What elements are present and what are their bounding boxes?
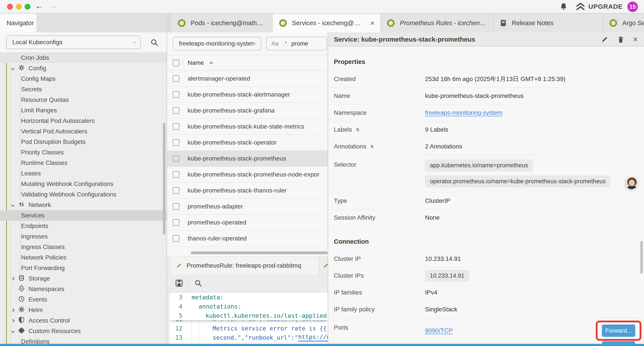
editor-link[interactable]: https://net (298, 334, 328, 342)
sidebar-item-config-maps[interactable]: Config Maps (0, 74, 166, 84)
table-row[interactable]: kube-prometheus-stack-alertmanager (167, 87, 328, 103)
sidebar-item-storage[interactable]: Storage (0, 273, 166, 284)
table-row[interactable]: kube-prometheus-stack-thanos-ruler (167, 183, 328, 199)
kubeconfig-select[interactable]: Local Kubeconfigs (6, 35, 141, 49)
sidebar-item-network-policies[interactable]: Network Policies (0, 252, 166, 263)
tab-services[interactable]: Services - icecheng@math…× (273, 13, 380, 32)
chevron-down-icon[interactable] (11, 330, 14, 333)
tab-argo-se[interactable]: Argo Se (603, 13, 644, 32)
window-maximize-button[interactable] (24, 4, 30, 10)
sidebar-item-leases[interactable]: Leases (0, 168, 166, 179)
regex-toggle[interactable]: .* (283, 40, 287, 47)
table-row[interactable]: thanos-ruler-operated (167, 231, 328, 247)
port-line: 9090/TCPForward... (425, 322, 636, 339)
close-tab-icon[interactable]: × (370, 19, 374, 27)
table-row[interactable]: kube-prometheus-stack-operator (167, 135, 328, 151)
property-label: Cluster IPs (334, 272, 425, 279)
table-row[interactable]: prometheus-operated (167, 215, 328, 231)
sidebar-scrollbar[interactable] (163, 123, 166, 235)
row-checkbox[interactable] (173, 187, 179, 194)
user-avatar[interactable] (624, 176, 638, 190)
sidebar-item-pod-disruption-budgets[interactable]: Pod Disruption Budgets (0, 137, 166, 147)
sidebar-item-ingresses[interactable]: Ingresses (0, 231, 166, 242)
namespace-link[interactable]: freeleaps-monitoring-system (425, 109, 502, 116)
window-minimize-button[interactable] (16, 4, 22, 10)
save-button[interactable] (174, 279, 184, 288)
property-value: SingleStack (425, 306, 458, 313)
detail-scrollbar[interactable] (640, 241, 643, 274)
table-row[interactable]: prometheus-adapter (167, 199, 328, 215)
sidebar-item-resource-quotas[interactable]: Resource Quotas (0, 95, 166, 105)
sidebar-item-access-control[interactable]: Access Control (0, 315, 166, 326)
row-checkbox[interactable] (173, 75, 179, 82)
table-row[interactable]: alertmanager-operated (167, 71, 328, 87)
chevron-down-icon[interactable] (11, 204, 14, 206)
sidebar-item-label: Pod Disruption Budgets (21, 138, 86, 145)
forward-button-wrap: Forward... (602, 325, 635, 337)
table-row[interactable]: kube-prometheus-stack-kube-state-metrics (167, 119, 328, 135)
namespace-select[interactable]: freeleaps-monitoring-system (173, 37, 261, 50)
sidebar-item-namespaces[interactable]: Namespaces (0, 284, 166, 294)
tab-prometheus-rules[interactable]: Prometheus Rules - icecheng… (380, 13, 494, 32)
port-link[interactable]: 9090/TCP (425, 327, 453, 334)
table-row[interactable]: kube-prometheus-stack-prometheus-node-ex… (167, 167, 328, 183)
row-checkbox[interactable] (173, 171, 179, 178)
close-icon[interactable]: × (633, 35, 638, 43)
select-all-checkbox[interactable] (173, 59, 179, 66)
row-checkbox[interactable] (173, 203, 179, 210)
sidebar-item-vertical-pod-autoscalers[interactable]: Vertical Pod Autoscalers (0, 126, 166, 137)
tab-pods[interactable]: Pods - icecheng@mathmas… (172, 13, 273, 32)
sidebar-item-priority-classes[interactable]: Priority Classes (0, 147, 166, 158)
sidebar-item-custom-resources[interactable]: Custom Resources (0, 326, 166, 336)
sidebar-item-config[interactable]: Config (0, 63, 166, 74)
sidebar-item-network[interactable]: Network (0, 200, 166, 210)
window-close-button[interactable] (7, 4, 13, 10)
sidebar-item-runtime-classes[interactable]: Runtime Classes (0, 158, 166, 168)
table-row[interactable]: kube-prometheus-stack-prometheus (167, 151, 328, 167)
row-checkbox[interactable] (173, 139, 179, 146)
match-case-toggle[interactable]: Aa (271, 40, 278, 47)
chevron-right-icon[interactable] (11, 278, 14, 280)
sidebar-item-mutating-webhook-configurations[interactable]: Mutating Webhook Configurations (0, 179, 166, 189)
sidebar-item-services[interactable]: Services (0, 210, 166, 221)
yaml-editor[interactable]: 110","for":"1m","labels":{"service":"12M… (170, 293, 328, 346)
row-checkbox[interactable] (173, 235, 179, 242)
sidebar-item-limit-ranges[interactable]: Limit Ranges (0, 105, 166, 116)
sidebar-item-port-forwarding[interactable]: Port Forwarding (0, 263, 166, 273)
row-checkbox[interactable] (173, 123, 179, 130)
chevron-right-icon[interactable] (11, 320, 14, 322)
chevron-down-icon[interactable] (11, 67, 14, 70)
search-icon[interactable] (194, 279, 202, 287)
bell-icon[interactable] (560, 3, 568, 11)
upgrade-button[interactable]: UPGRADE (576, 3, 623, 10)
sidebar-item-cron-jobs[interactable]: Cron Jobs (0, 52, 166, 63)
row-checkbox[interactable] (173, 219, 179, 226)
dock-tab-partial[interactable] (319, 257, 328, 274)
sidebar-item-secrets[interactable]: Secrets (0, 84, 166, 95)
property-label-text: Namespace (334, 109, 366, 116)
chevron-right-icon[interactable] (11, 309, 14, 311)
tab-release-notes[interactable]: Release Notes (494, 13, 603, 32)
sidebar-item-endpoints[interactable]: Endpoints (0, 221, 166, 231)
search-icon[interactable] (150, 38, 159, 47)
tab-navigator[interactable]: Navigator (0, 13, 36, 32)
edit-pencil-icon[interactable] (600, 35, 608, 43)
trash-icon[interactable] (617, 35, 625, 43)
sidebar-item-horizontal-pod-autoscalers[interactable]: Horizontal Pod Autoscalers (0, 116, 166, 126)
row-checkbox[interactable] (173, 155, 179, 162)
sidebar-item-ingress-classes[interactable]: Ingress Classes (0, 242, 166, 252)
forward-arrow-icon[interactable]: → (49, 1, 57, 10)
table-horizontal-scrollbar[interactable] (191, 251, 328, 254)
row-checkbox[interactable] (173, 107, 179, 114)
row-checkbox[interactable] (173, 91, 179, 98)
name-column-header[interactable]: Name (188, 55, 214, 70)
dock-tab-prometheusrule[interactable]: PrometheusRule: freeleaps-prod-rabbitmq (170, 257, 319, 274)
list-search-input[interactable]: Aa .* prome (266, 37, 327, 50)
sidebar-item-helm[interactable]: Helm (0, 305, 166, 315)
notifications-badge[interactable]: 15 (627, 1, 638, 12)
back-arrow-icon[interactable]: ← (35, 1, 43, 10)
sidebar-item-events[interactable]: Events (0, 294, 166, 305)
sidebar-item-validating-webhook-configurations[interactable]: Validating Webhook Configurations (0, 189, 166, 200)
forward-button[interactable]: Forward... (602, 325, 635, 337)
table-row[interactable]: kube-prometheus-stack-grafana (167, 103, 328, 119)
